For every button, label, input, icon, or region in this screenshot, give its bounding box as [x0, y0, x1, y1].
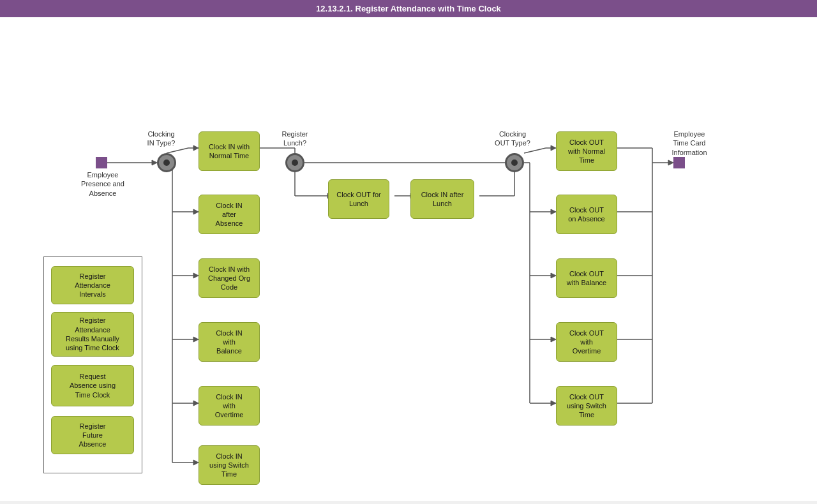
svg-marker-4: [193, 145, 199, 151]
svg-marker-46: [668, 160, 673, 165]
svg-marker-7: [193, 209, 199, 214]
svg-marker-35: [551, 209, 556, 214]
clocking-in-label: ClockingIN Type?: [140, 130, 182, 148]
register-future-absence-box[interactable]: RegisterFutureAbsence: [51, 416, 134, 454]
svg-marker-1: [152, 160, 157, 165]
gateway-clocking-in: [157, 153, 176, 172]
svg-marker-39: [551, 337, 556, 342]
register-lunch-label: RegisterLunch?: [276, 130, 314, 148]
clock-in-after-absence-box[interactable]: Clock INafterAbsence: [199, 195, 260, 234]
clock-out-switch-time-box[interactable]: Clock OUTusing SwitchTime: [556, 386, 617, 426]
title-bar: 12.13.2.1. Register Attendance with Time…: [0, 0, 817, 17]
clock-out-absence-box[interactable]: Clock OUTon Absence: [556, 195, 617, 234]
clock-out-lunch-box[interactable]: Clock OUT forLunch: [328, 179, 389, 219]
clock-in-overtime-box[interactable]: Clock INwithOvertime: [199, 386, 260, 426]
request-absence-box[interactable]: RequestAbsence usingTime Clock: [51, 365, 134, 406]
employee-presence-label: EmployeePresence andAbsence: [80, 170, 125, 198]
svg-marker-12: [193, 337, 199, 342]
register-attendance-intervals-box[interactable]: RegisterAttendanceIntervals: [51, 266, 134, 304]
end-event: [673, 157, 685, 168]
svg-marker-41: [551, 401, 556, 406]
clocking-out-label: ClockingOUT Type?: [491, 130, 534, 148]
gateway-clocking-out: [505, 153, 524, 172]
gateway-register-lunch: [285, 153, 304, 172]
svg-marker-32: [551, 145, 556, 151]
clock-in-switch-time-box[interactable]: Clock INusing SwitchTime: [199, 445, 260, 485]
clock-in-normal-box[interactable]: Clock IN withNormal Time: [199, 131, 260, 171]
svg-marker-10: [193, 273, 199, 278]
register-attendance-manually-box[interactable]: RegisterAttendanceResults Manuallyusing …: [51, 312, 134, 357]
svg-line-30: [524, 148, 546, 153]
clock-out-normal-box[interactable]: Clock OUTwith NormalTime: [556, 131, 617, 171]
svg-line-2: [167, 148, 188, 153]
clock-in-balance-box[interactable]: Clock INwithBalance: [199, 322, 260, 362]
employee-time-card-label: EmployeeTime CardInformation: [664, 130, 715, 157]
clock-out-balance-box[interactable]: Clock OUTwith Balance: [556, 258, 617, 298]
svg-marker-16: [193, 460, 199, 465]
title-text: 12.13.2.1. Register Attendance with Time…: [316, 4, 501, 13]
clock-out-overtime-box[interactable]: Clock OUTwithOvertime: [556, 322, 617, 362]
svg-marker-37: [551, 273, 556, 278]
clock-in-changed-org-box[interactable]: Clock IN withChanged OrgCode: [199, 258, 260, 298]
svg-marker-14: [193, 401, 199, 406]
clock-in-after-lunch-box[interactable]: Clock IN afterLunch: [410, 179, 474, 219]
start-event: [96, 157, 107, 168]
